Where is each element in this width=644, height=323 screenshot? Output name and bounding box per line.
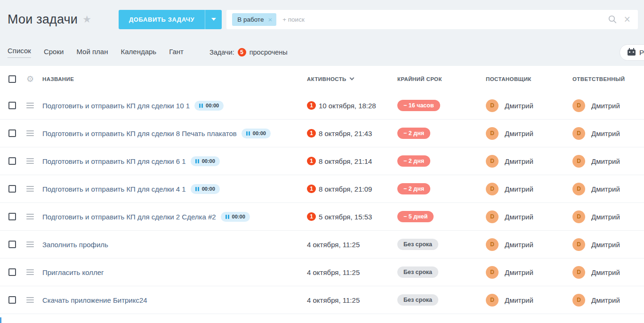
responsible-name[interactable]: Дмитрий: [591, 157, 620, 165]
deadline-badge[interactable]: Без срока: [397, 294, 438, 306]
originator-name[interactable]: Дмитрий: [505, 213, 533, 221]
responsible-name[interactable]: Дмитрий: [591, 102, 620, 110]
originator-avatar[interactable]: D: [486, 99, 499, 112]
responsible-avatar[interactable]: D: [572, 99, 585, 112]
select-all-checkbox[interactable]: [8, 75, 16, 83]
originator-name[interactable]: Дмитрий: [505, 157, 533, 165]
responsible-name[interactable]: Дмитрий: [591, 213, 620, 221]
chip-close-icon[interactable]: ×: [268, 16, 272, 24]
row-checkbox[interactable]: [8, 157, 16, 165]
originator-avatar[interactable]: D: [486, 127, 499, 140]
table-row: Подготовить и отправить КП для сделки 2 …: [0, 203, 644, 231]
overdue-counter[interactable]: Задачи: 5 просрочены: [209, 48, 288, 57]
row-menu-icon[interactable]: [26, 269, 34, 275]
deadline-badge[interactable]: − 2 дня: [397, 128, 430, 139]
column-header-originator[interactable]: ПОСТАНОВЩИК: [486, 76, 531, 82]
task-title[interactable]: Пригласить коллег: [42, 268, 104, 276]
row-menu-icon[interactable]: [26, 186, 34, 192]
timer-pill[interactable]: 00:00: [221, 212, 250, 222]
row-menu-icon[interactable]: [26, 130, 34, 136]
search-icon[interactable]: [608, 15, 617, 24]
clear-search-icon[interactable]: ×: [624, 14, 630, 25]
favorite-star-icon[interactable]: ★: [82, 14, 91, 25]
row-checkbox[interactable]: [8, 296, 16, 304]
gear-icon[interactable]: ⚙: [26, 74, 34, 84]
responsible-name[interactable]: Дмитрий: [591, 185, 620, 193]
responsible-avatar[interactable]: D: [572, 183, 585, 195]
originator-avatar[interactable]: D: [486, 266, 499, 279]
robots-button[interactable]: Ро: [620, 44, 644, 61]
originator-avatar[interactable]: D: [486, 210, 499, 223]
row-checkbox[interactable]: [8, 213, 16, 220]
row-menu-icon[interactable]: [26, 103, 34, 108]
responsible-avatar[interactable]: D: [572, 127, 585, 140]
task-title[interactable]: Заполнить профиль: [42, 241, 108, 249]
column-header-deadline[interactable]: КРАЙНИЙ СРОК: [397, 76, 442, 82]
tab-deadlines[interactable]: Сроки: [44, 48, 64, 57]
originator-name[interactable]: Дмитрий: [505, 241, 533, 249]
row-menu-icon[interactable]: [26, 214, 34, 219]
add-task-dropdown-button[interactable]: [205, 10, 222, 29]
view-tabs-row: Список Сроки Мой план Календарь Гант Зад…: [0, 39, 644, 66]
deadline-badge[interactable]: Без срока: [397, 266, 438, 278]
overdue-count-badge: 5: [238, 48, 246, 57]
title-wrap: Мои задачи ★: [8, 12, 119, 27]
responsible-name[interactable]: Дмитрий: [591, 129, 620, 137]
tab-gantt[interactable]: Гант: [169, 48, 184, 57]
timer-pill[interactable]: 00:00: [194, 101, 224, 111]
responsible-name[interactable]: Дмитрий: [591, 296, 620, 304]
originator-name[interactable]: Дмитрий: [505, 129, 533, 137]
column-header-name[interactable]: НАЗВАНИЕ: [42, 76, 74, 82]
activity-date: 4 октября, 11:25: [307, 241, 360, 249]
task-title[interactable]: Подготовить и отправить КП для сделки 4 …: [42, 185, 186, 193]
row-menu-icon[interactable]: [26, 242, 34, 247]
originator-name[interactable]: Дмитрий: [505, 296, 533, 304]
originator-name[interactable]: Дмитрий: [505, 185, 533, 193]
row-checkbox[interactable]: [8, 268, 16, 276]
sort-chevron-down-icon[interactable]: [349, 76, 354, 81]
add-task-button[interactable]: ДОБАВИТЬ ЗАДАЧУ: [119, 10, 205, 29]
deadline-badge[interactable]: − 2 дня: [397, 183, 430, 194]
filter-chip-in-progress[interactable]: В работе ×: [232, 13, 276, 26]
tasks-page: Мои задачи ★ ДОБАВИТЬ ЗАДАЧУ В работе × …: [0, 0, 644, 323]
task-title[interactable]: Подготовить и отправить КП для сделки 6 …: [42, 157, 186, 165]
tab-calendar[interactable]: Календарь: [121, 48, 156, 57]
deadline-badge[interactable]: − 16 часов: [397, 100, 440, 111]
responsible-name[interactable]: Дмитрий: [591, 241, 620, 249]
search-input[interactable]: + поиск: [282, 16, 608, 23]
responsible-avatar[interactable]: D: [572, 238, 585, 251]
search-bar[interactable]: В работе × + поиск ×: [226, 10, 638, 29]
deadline-badge[interactable]: − 5 дней: [397, 211, 434, 222]
column-header-activity[interactable]: АКТИВНОСТЬ: [307, 76, 346, 82]
responsible-avatar[interactable]: D: [572, 294, 585, 307]
column-header-responsible[interactable]: ОТВЕТСТВЕННЫЙ: [572, 76, 625, 82]
row-checkbox[interactable]: [8, 102, 16, 109]
timer-pill[interactable]: 00:00: [242, 129, 271, 138]
deadline-badge[interactable]: Без срока: [397, 239, 438, 250]
originator-name[interactable]: Дмитрий: [505, 102, 533, 110]
tab-my-plan[interactable]: Мой план: [76, 48, 108, 57]
row-checkbox[interactable]: [8, 185, 16, 193]
pause-icon: [195, 187, 199, 191]
row-menu-icon[interactable]: [26, 297, 34, 303]
responsible-avatar[interactable]: D: [572, 155, 585, 168]
row-checkbox[interactable]: [8, 241, 16, 248]
responsible-avatar[interactable]: D: [572, 210, 585, 223]
task-title[interactable]: Подготовить и отправить КП для сделки 10…: [42, 102, 190, 110]
deadline-badge[interactable]: − 2 дня: [397, 155, 430, 167]
timer-pill[interactable]: 00:00: [191, 156, 220, 166]
originator-avatar[interactable]: D: [486, 155, 499, 168]
originator-avatar[interactable]: D: [486, 183, 499, 195]
originator-avatar[interactable]: D: [486, 238, 499, 251]
originator-avatar[interactable]: D: [486, 294, 499, 307]
task-title[interactable]: Подготовить и отправить КП для сделки 2 …: [42, 213, 216, 221]
row-checkbox[interactable]: [8, 129, 16, 137]
task-title[interactable]: Подготовить и отправить КП для сделки 8 …: [42, 129, 237, 137]
task-title[interactable]: Скачать приложение Битрикс24: [42, 296, 147, 304]
tab-list[interactable]: Список: [8, 47, 31, 58]
timer-pill[interactable]: 00:00: [191, 184, 220, 194]
responsible-avatar[interactable]: D: [572, 266, 585, 279]
row-menu-icon[interactable]: [26, 158, 34, 164]
originator-name[interactable]: Дмитрий: [505, 268, 533, 276]
responsible-name[interactable]: Дмитрий: [591, 268, 620, 276]
